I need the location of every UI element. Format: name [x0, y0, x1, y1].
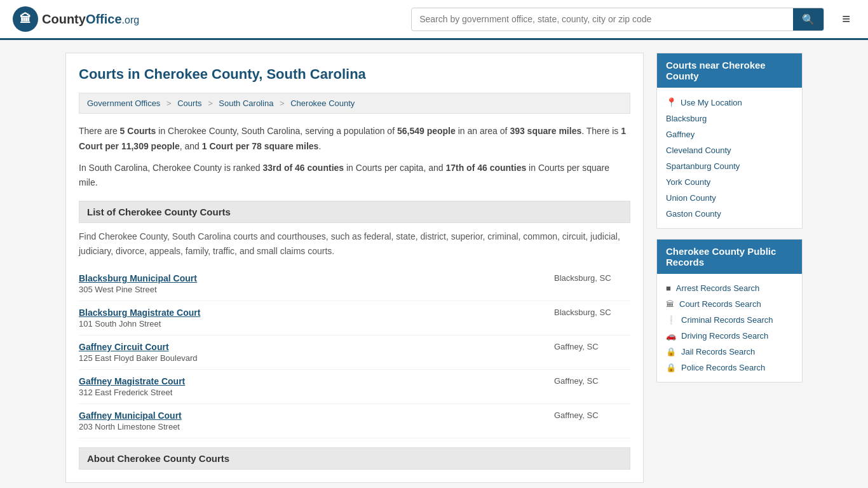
breadcrumb-gov-offices[interactable]: Government Offices [87, 98, 160, 108]
nearby-link[interactable]: Union County [666, 190, 793, 206]
search-bar: 🔍 [411, 8, 824, 31]
public-records-heading: Cherokee County Public Records [657, 240, 802, 274]
courts-list: Blacksburg Municipal Court 305 West Pine… [79, 267, 630, 438]
breadcrumb-sep-3: > [280, 98, 285, 108]
courts-count: 5 Courts [120, 126, 156, 136]
public-records-link[interactable]: 🏛Court Records Search [666, 296, 793, 312]
search-input[interactable] [412, 9, 793, 29]
nearby-links-container: BlacksburgGaffneyCleveland CountySpartan… [666, 111, 793, 222]
nearby-courts-box: Courts near Cherokee County 📍 Use My Loc… [656, 53, 803, 229]
pr-icon: ❕ [666, 315, 676, 325]
nearby-link[interactable]: York County [666, 174, 793, 190]
logo-icon: 🏛 [13, 6, 38, 32]
use-my-location-link[interactable]: 📍 Use My Location [666, 94, 793, 111]
pr-icon: 🔒 [666, 347, 676, 356]
court-info: Gaffney Municipal Court 203 North Limest… [79, 410, 541, 431]
court-list-item: Gaffney Municipal Court 203 North Limest… [79, 404, 630, 438]
list-section-heading: List of Cherokee County Courts [79, 201, 630, 223]
site-header: 🏛 CountyOffice.org 🔍 ≡ [0, 0, 868, 40]
court-city: Gaffney, SC [541, 376, 630, 386]
pr-icon: ■ [666, 283, 671, 293]
court-address: 125 East Floyd Baker Boulevard [79, 353, 541, 363]
court-list-item: Gaffney Circuit Court 125 East Floyd Bak… [79, 336, 630, 370]
population: 56,549 people [397, 126, 456, 136]
nearby-link[interactable]: Gaffney [666, 126, 793, 142]
pr-icon: 🚗 [666, 331, 676, 341]
pr-icon: 🏛 [666, 299, 674, 309]
public-records-link[interactable]: ❕Criminal Records Search [666, 312, 793, 328]
court-name[interactable]: Blacksburg Municipal Court [79, 273, 541, 283]
area: 393 square miles [510, 126, 581, 136]
sidebar: Courts near Cherokee County 📍 Use My Loc… [656, 53, 803, 483]
pr-label: Arrest Records Search [676, 283, 760, 293]
breadcrumb: Government Offices > Courts > South Caro… [79, 93, 630, 114]
pr-label: Criminal Records Search [681, 315, 773, 325]
search-button[interactable]: 🔍 [793, 8, 824, 30]
court-list-item: Blacksburg Magistrate Court 101 South Jo… [79, 301, 630, 336]
public-records-body: ■Arrest Records Search🏛Court Records Sea… [657, 274, 802, 382]
menu-button[interactable]: ≡ [837, 8, 855, 30]
list-description: Find Cherokee County, South Carolina cou… [79, 229, 630, 258]
public-records-link[interactable]: 🚗Driving Records Search [666, 328, 793, 344]
page-title: Courts in Cherokee County, South Carolin… [79, 66, 630, 83]
public-records-link[interactable]: 🔒Police Records Search [666, 360, 793, 376]
nearby-link[interactable]: Blacksburg [666, 111, 793, 126]
main-content: Courts in Cherokee County, South Carolin… [65, 53, 644, 483]
logo-text: CountyOffice.org [42, 12, 139, 27]
court-address: 101 South John Street [79, 319, 541, 329]
court-city: Blacksburg, SC [541, 308, 630, 317]
court-info: Gaffney Magistrate Court 312 East Freder… [79, 376, 541, 397]
court-name[interactable]: Gaffney Circuit Court [79, 342, 541, 352]
site-logo[interactable]: 🏛 CountyOffice.org [13, 6, 139, 32]
pr-label: Driving Records Search [681, 331, 768, 341]
breadcrumb-county[interactable]: Cherokee County [290, 98, 355, 108]
public-records-link[interactable]: 🔒Jail Records Search [666, 344, 793, 360]
breadcrumb-sep-1: > [166, 98, 172, 108]
nearby-link[interactable]: Cleveland County [666, 142, 793, 158]
page-container: Courts in Cherokee County, South Carolin… [53, 40, 815, 488]
pr-label: Police Records Search [681, 363, 765, 372]
court-address: 312 East Frederick Street [79, 388, 541, 397]
court-name[interactable]: Gaffney Municipal Court [79, 410, 541, 421]
court-name[interactable]: Blacksburg Magistrate Court [79, 308, 541, 318]
breadcrumb-courts[interactable]: Courts [177, 98, 201, 108]
nearby-link[interactable]: Gaston County [666, 206, 793, 222]
pr-icon: 🔒 [666, 363, 676, 372]
about-heading: About Cherokee County Courts [79, 447, 630, 470]
pr-label: Court Records Search [679, 299, 761, 309]
per-sqmile: 1 Court per 78 square miles [202, 141, 319, 151]
court-list-item: Blacksburg Municipal Court 305 West Pine… [79, 267, 630, 301]
use-my-location-label: Use My Location [681, 98, 742, 107]
nearby-courts-body: 📍 Use My Location BlacksburgGaffneyCleve… [657, 88, 802, 228]
breadcrumb-state[interactable]: South Carolina [219, 98, 273, 108]
sqmile-rank: 17th of 46 counties [445, 163, 526, 173]
summary-paragraph-2: In South Carolina, Cherokee County is ra… [79, 161, 630, 191]
court-info: Blacksburg Municipal Court 305 West Pine… [79, 273, 541, 294]
nearby-courts-heading: Courts near Cherokee County [657, 53, 802, 88]
court-info: Gaffney Circuit Court 125 East Floyd Bak… [79, 342, 541, 363]
public-records-link[interactable]: ■Arrest Records Search [666, 280, 793, 296]
court-city: Blacksburg, SC [541, 273, 630, 283]
court-address: 203 North Limestone Street [79, 422, 541, 431]
court-address: 305 West Pine Street [79, 285, 541, 294]
public-records-box: Cherokee County Public Records ■Arrest R… [656, 239, 803, 383]
court-name[interactable]: Gaffney Magistrate Court [79, 376, 541, 386]
pr-label: Jail Records Search [681, 347, 755, 356]
court-city: Gaffney, SC [541, 342, 630, 351]
location-icon: 📍 [666, 97, 677, 107]
capita-rank: 33rd of 46 counties [263, 163, 344, 173]
summary-paragraph-1: There are 5 Courts in Cherokee County, S… [79, 124, 630, 154]
court-info: Blacksburg Magistrate Court 101 South Jo… [79, 308, 541, 329]
nearby-link[interactable]: Spartanburg County [666, 158, 793, 174]
court-list-item: Gaffney Magistrate Court 312 East Freder… [79, 370, 630, 404]
breadcrumb-sep-2: > [208, 98, 213, 108]
court-city: Gaffney, SC [541, 410, 630, 420]
